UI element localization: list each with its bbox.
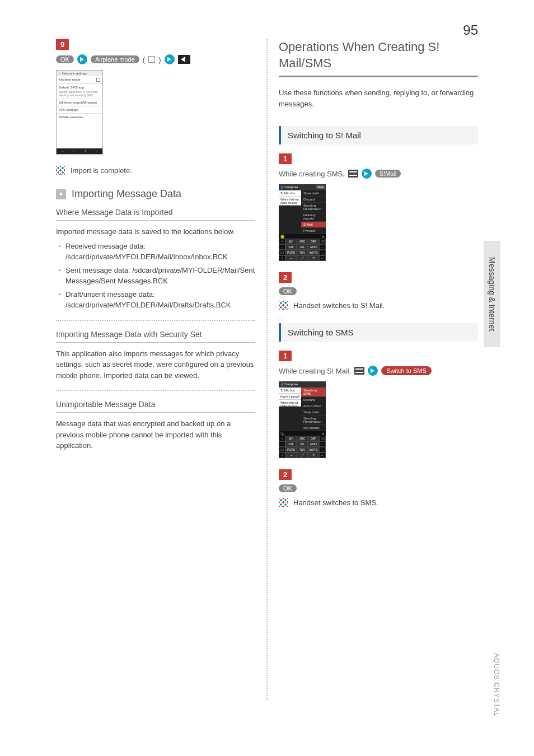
sub1-title: Where Message Data is Imported bbox=[56, 208, 255, 217]
side-tab: Messaging & Internet bbox=[484, 241, 500, 347]
dotted-divider bbox=[56, 390, 255, 391]
menu-item: Add Cc/Bcc bbox=[301, 403, 326, 409]
result-icon bbox=[279, 498, 288, 507]
menu-item: Discard bbox=[301, 397, 326, 403]
bullet-text: Draft/unsent message data: /sdcard/priva… bbox=[65, 289, 255, 311]
sub1-text: Imported message data is saved to the lo… bbox=[56, 226, 255, 237]
left-column: 9 OK Airplane mode ( ) ⎋ Network setting… bbox=[56, 39, 255, 700]
sec2-step1-badge: 1 bbox=[279, 351, 292, 361]
sec1-step1-row: While creating SMS, S!Mail bbox=[279, 169, 478, 179]
column-divider bbox=[266, 39, 268, 700]
main-title: Operations When Creating S! Mail/SMS bbox=[279, 39, 478, 71]
menu-item: Preview bbox=[301, 228, 326, 234]
sub2-text: This application also imports messages f… bbox=[56, 348, 255, 381]
content-columns: 9 OK Airplane mode ( ) ⎋ Network setting… bbox=[0, 0, 534, 700]
checkbox-icon bbox=[96, 78, 100, 82]
screenshot-title: Network settings bbox=[62, 72, 87, 75]
menu-icon bbox=[354, 367, 364, 375]
screenshot-row-sms: Default SMS app bbox=[57, 84, 102, 89]
bullet-3: ・Draft/unsent message data: /sdcard/priv… bbox=[56, 289, 255, 311]
hint-icon: ✦ bbox=[56, 189, 66, 199]
sec1-step1-text: While creating SMS, bbox=[279, 170, 345, 178]
back-key-icon bbox=[178, 55, 190, 64]
bullet-2: ・Sent message data: /sdcard/private/MYFO… bbox=[56, 265, 255, 287]
import-complete-line: Import is complete. bbox=[56, 166, 255, 175]
paren-close: ) bbox=[158, 55, 161, 64]
result-text: Handset switches to SMS. bbox=[293, 498, 378, 507]
screenshot-row-mobile: Mobile networks bbox=[57, 114, 102, 120]
sec2-step1-text: While creating S! Mail, bbox=[279, 367, 351, 375]
bullet-text: Sent message data: /sdcard/private/MYFOL… bbox=[65, 265, 255, 287]
dotted-divider bbox=[56, 320, 255, 321]
menu-item-highlighted: Switch to SMS bbox=[301, 388, 326, 397]
keypad: ⟲@/:ABCDEF⌫ ←GHIJKLMNO→ 1/aPQRSTUVWXYZ␣ … bbox=[279, 239, 326, 261]
bullet-text: Received message data: /sdcard/private/M… bbox=[65, 241, 255, 263]
import-complete-text: Import is complete. bbox=[71, 166, 132, 175]
menu-item: Delivery reports bbox=[301, 212, 326, 222]
menu-item: Discard bbox=[301, 197, 326, 203]
screenshot-row-airplane: Airplane mode bbox=[57, 76, 102, 84]
step-9-action-row: OK Airplane mode ( ) bbox=[56, 54, 255, 64]
sub2-title: Importing Message Data with Security Set bbox=[56, 330, 255, 339]
bullet-1: ・Received message data: /sdcard/private/… bbox=[56, 241, 255, 263]
right-column: Operations When Creating S! Mail/SMS Use… bbox=[279, 39, 478, 700]
device-model-footer: AQUOS CRYSTAL bbox=[493, 653, 500, 717]
page-number: 95 bbox=[463, 22, 478, 38]
result-icon bbox=[279, 301, 288, 310]
ok-pill: OK bbox=[279, 484, 297, 492]
arrow-icon bbox=[362, 169, 372, 179]
sec2-step2-row: OK bbox=[279, 484, 478, 492]
compose-label: Compose bbox=[284, 382, 298, 386]
divider bbox=[56, 342, 255, 343]
divider bbox=[56, 220, 255, 221]
menu-item: Save draft bbox=[301, 190, 326, 197]
sec1-step2-badge: 2 bbox=[279, 272, 292, 283]
sub3-title: Unimportable Message Data bbox=[56, 400, 255, 409]
subject-row: How's it going? bbox=[279, 394, 301, 400]
screenshot-navbar: ←⌂≡⌕ bbox=[57, 148, 102, 154]
compose-label: Compose bbox=[284, 185, 298, 189]
menu-popup: Save draft Discard Sending Reservation D… bbox=[301, 190, 326, 234]
sec1-step1-badge: 1 bbox=[279, 153, 292, 164]
section-smail-heading: Switching to S! Mail bbox=[279, 126, 478, 144]
screenshot-row-vpn: VPN settings bbox=[57, 106, 102, 114]
cs-header: 👤Compose bbox=[279, 381, 326, 388]
compose-sms-screenshot: 👤ComposeSMS To Mito Iida When shall we m… bbox=[279, 184, 326, 261]
sub3-text: Message data that was encrypted and back… bbox=[56, 418, 255, 451]
menu-item: Sending Reservation bbox=[301, 203, 326, 212]
divider bbox=[56, 412, 255, 413]
keypad: ⟲@/:ABCDEF⌫ ←GHIJKLMNO→ 1/aPQRSTUVWXYZ␣ … bbox=[279, 436, 326, 458]
row-label: Airplane mode bbox=[59, 78, 81, 82]
to-row: To Mito Iida bbox=[279, 190, 301, 197]
info-heading: ✦ Importing Message Data bbox=[56, 188, 255, 200]
sec2-step1-row: While creating S! Mail, Switch to SMS bbox=[279, 366, 478, 376]
section-sms-heading: Switching to SMS bbox=[279, 323, 478, 342]
step-9-badge: 9 bbox=[56, 39, 69, 50]
compose-smail-screenshot: 👤Compose To Mito Iida How's it going? Wh… bbox=[279, 381, 326, 458]
ok-pill: OK bbox=[279, 287, 297, 295]
paren-open: ( bbox=[143, 55, 145, 64]
switch-to-sms-pill: Switch to SMS bbox=[381, 366, 432, 375]
sec2-step2-badge: 2 bbox=[279, 469, 292, 480]
network-settings-screenshot: ⎋ Network settings Airplane mode Default… bbox=[56, 70, 103, 155]
airplane-mode-pill: Airplane mode bbox=[91, 55, 139, 63]
menu-item: Save draft bbox=[301, 409, 326, 416]
side-tab-label: Messaging & Internet bbox=[488, 257, 496, 331]
body-row: When shall we make reunion plans? bbox=[279, 197, 301, 206]
screenshot-row-sms-sub: Specify application to use when sending … bbox=[57, 89, 102, 99]
title-underline bbox=[279, 76, 478, 77]
menu-item-highlighted: S!Mail bbox=[301, 222, 326, 228]
arrow-icon bbox=[77, 54, 87, 64]
screenshot-row-miracast: Wireless output(Miracast) bbox=[57, 99, 102, 106]
screenshot-header: ⎋ Network settings bbox=[57, 71, 102, 76]
sec1-result: Handset switches to S! Mail. bbox=[279, 301, 478, 310]
info-title: Importing Message Data bbox=[72, 188, 181, 200]
ok-pill: OK bbox=[56, 55, 74, 63]
body-row: When shall we make reunion plans? bbox=[279, 400, 301, 407]
arrow-icon bbox=[165, 54, 175, 64]
menu-icon bbox=[348, 170, 358, 178]
arrow-icon bbox=[368, 366, 378, 376]
to-row: To Mito Iida bbox=[279, 388, 301, 394]
menu-popup: Switch to SMS Discard Add Cc/Bcc Save dr… bbox=[301, 388, 326, 431]
intro-text: Use these functions when sending, replyi… bbox=[279, 87, 478, 109]
